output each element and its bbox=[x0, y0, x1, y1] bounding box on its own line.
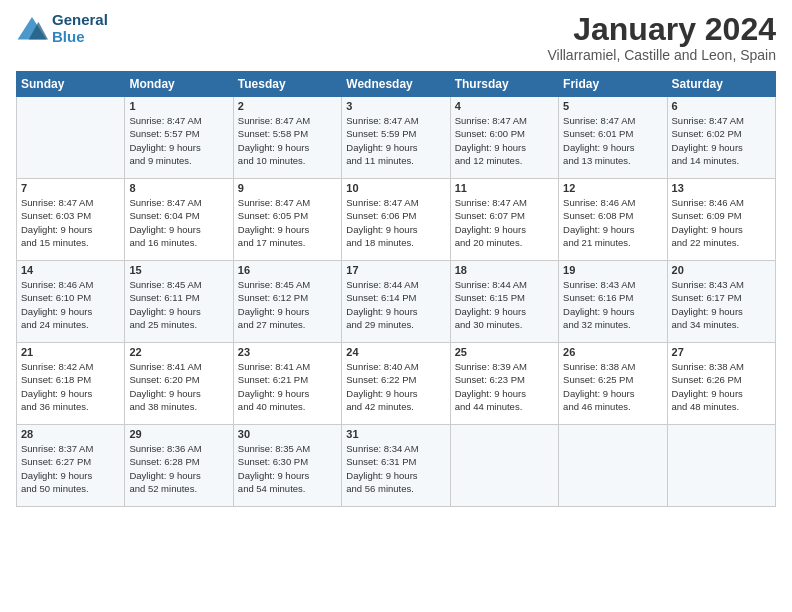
cell-line: Sunrise: 8:38 AM bbox=[672, 360, 771, 373]
header-wednesday: Wednesday bbox=[342, 72, 450, 97]
calendar-cell bbox=[559, 425, 667, 507]
week-row-2: 14Sunrise: 8:46 AMSunset: 6:10 PMDayligh… bbox=[17, 261, 776, 343]
cell-line: Sunset: 6:20 PM bbox=[129, 373, 228, 386]
cell-info: Sunrise: 8:39 AMSunset: 6:23 PMDaylight:… bbox=[455, 360, 554, 413]
cell-info: Sunrise: 8:41 AMSunset: 6:21 PMDaylight:… bbox=[238, 360, 337, 413]
day-number: 23 bbox=[238, 346, 337, 358]
calendar-cell: 30Sunrise: 8:35 AMSunset: 6:30 PMDayligh… bbox=[233, 425, 341, 507]
header-row-days: SundayMondayTuesdayWednesdayThursdayFrid… bbox=[17, 72, 776, 97]
cell-line: and 17 minutes. bbox=[238, 236, 337, 249]
header-tuesday: Tuesday bbox=[233, 72, 341, 97]
cell-info: Sunrise: 8:38 AMSunset: 6:26 PMDaylight:… bbox=[672, 360, 771, 413]
cell-line: Sunset: 6:18 PM bbox=[21, 373, 120, 386]
cell-line: Sunrise: 8:47 AM bbox=[455, 196, 554, 209]
cell-line: and 44 minutes. bbox=[455, 400, 554, 413]
title-block: January 2024 Villarramiel, Castille and … bbox=[547, 12, 776, 63]
logo-line2: Blue bbox=[52, 28, 85, 45]
cell-line: Sunrise: 8:45 AM bbox=[129, 278, 228, 291]
day-number: 28 bbox=[21, 428, 120, 440]
cell-line: Daylight: 9 hours bbox=[129, 469, 228, 482]
cell-line: Sunset: 6:03 PM bbox=[21, 209, 120, 222]
cell-line: Sunset: 6:00 PM bbox=[455, 127, 554, 140]
calendar-cell: 29Sunrise: 8:36 AMSunset: 6:28 PMDayligh… bbox=[125, 425, 233, 507]
header-thursday: Thursday bbox=[450, 72, 558, 97]
cell-line: Daylight: 9 hours bbox=[21, 305, 120, 318]
day-number: 31 bbox=[346, 428, 445, 440]
calendar-table: SundayMondayTuesdayWednesdayThursdayFrid… bbox=[16, 71, 776, 507]
cell-line: Daylight: 9 hours bbox=[563, 223, 662, 236]
cell-info: Sunrise: 8:43 AMSunset: 6:16 PMDaylight:… bbox=[563, 278, 662, 331]
cell-line: and 32 minutes. bbox=[563, 318, 662, 331]
calendar-cell: 17Sunrise: 8:44 AMSunset: 6:14 PMDayligh… bbox=[342, 261, 450, 343]
cell-line: Sunset: 6:15 PM bbox=[455, 291, 554, 304]
cell-info: Sunrise: 8:45 AMSunset: 6:12 PMDaylight:… bbox=[238, 278, 337, 331]
cell-line: and 50 minutes. bbox=[21, 482, 120, 495]
cell-info: Sunrise: 8:47 AMSunset: 5:57 PMDaylight:… bbox=[129, 114, 228, 167]
cell-line: and 24 minutes. bbox=[21, 318, 120, 331]
cell-line: Daylight: 9 hours bbox=[455, 141, 554, 154]
cell-line: and 14 minutes. bbox=[672, 154, 771, 167]
cell-line: Sunset: 5:58 PM bbox=[238, 127, 337, 140]
cell-line: Sunset: 6:16 PM bbox=[563, 291, 662, 304]
cell-line: Sunrise: 8:47 AM bbox=[346, 196, 445, 209]
calendar-cell: 14Sunrise: 8:46 AMSunset: 6:10 PMDayligh… bbox=[17, 261, 125, 343]
cell-info: Sunrise: 8:46 AMSunset: 6:08 PMDaylight:… bbox=[563, 196, 662, 249]
cell-line: Sunrise: 8:44 AM bbox=[346, 278, 445, 291]
cell-line: and 12 minutes. bbox=[455, 154, 554, 167]
cell-line: Daylight: 9 hours bbox=[455, 387, 554, 400]
cell-line: Sunset: 6:04 PM bbox=[129, 209, 228, 222]
cell-line: and 20 minutes. bbox=[455, 236, 554, 249]
header-monday: Monday bbox=[125, 72, 233, 97]
week-row-4: 28Sunrise: 8:37 AMSunset: 6:27 PMDayligh… bbox=[17, 425, 776, 507]
cell-line: and 52 minutes. bbox=[129, 482, 228, 495]
cell-line: Daylight: 9 hours bbox=[21, 387, 120, 400]
cell-line: Sunset: 6:02 PM bbox=[672, 127, 771, 140]
cell-line: Sunset: 6:17 PM bbox=[672, 291, 771, 304]
cell-line: Sunset: 6:01 PM bbox=[563, 127, 662, 140]
cell-line: and 42 minutes. bbox=[346, 400, 445, 413]
calendar-cell: 25Sunrise: 8:39 AMSunset: 6:23 PMDayligh… bbox=[450, 343, 558, 425]
cell-line: Sunrise: 8:46 AM bbox=[563, 196, 662, 209]
header-saturday: Saturday bbox=[667, 72, 775, 97]
day-number: 19 bbox=[563, 264, 662, 276]
cell-line: Daylight: 9 hours bbox=[346, 223, 445, 236]
cell-line: and 36 minutes. bbox=[21, 400, 120, 413]
cell-line: Daylight: 9 hours bbox=[672, 387, 771, 400]
cell-line: and 46 minutes. bbox=[563, 400, 662, 413]
calendar-cell: 28Sunrise: 8:37 AMSunset: 6:27 PMDayligh… bbox=[17, 425, 125, 507]
cell-line: Sunrise: 8:41 AM bbox=[129, 360, 228, 373]
cell-line: Daylight: 9 hours bbox=[129, 387, 228, 400]
cell-line: and 27 minutes. bbox=[238, 318, 337, 331]
cell-line: Sunrise: 8:41 AM bbox=[238, 360, 337, 373]
day-number: 5 bbox=[563, 100, 662, 112]
calendar-cell: 8Sunrise: 8:47 AMSunset: 6:04 PMDaylight… bbox=[125, 179, 233, 261]
cell-line: Sunrise: 8:43 AM bbox=[563, 278, 662, 291]
cell-line: Daylight: 9 hours bbox=[238, 223, 337, 236]
cell-line: Sunrise: 8:47 AM bbox=[563, 114, 662, 127]
calendar-cell: 13Sunrise: 8:46 AMSunset: 6:09 PMDayligh… bbox=[667, 179, 775, 261]
cell-line: Sunrise: 8:39 AM bbox=[455, 360, 554, 373]
day-number: 29 bbox=[129, 428, 228, 440]
cell-line: Sunrise: 8:47 AM bbox=[346, 114, 445, 127]
cell-line: and 56 minutes. bbox=[346, 482, 445, 495]
day-number: 12 bbox=[563, 182, 662, 194]
cell-line: Sunrise: 8:43 AM bbox=[672, 278, 771, 291]
cell-line: and 13 minutes. bbox=[563, 154, 662, 167]
cell-info: Sunrise: 8:47 AMSunset: 6:06 PMDaylight:… bbox=[346, 196, 445, 249]
cell-line: Sunset: 6:08 PM bbox=[563, 209, 662, 222]
cell-line: Daylight: 9 hours bbox=[238, 305, 337, 318]
cell-line: Sunset: 5:59 PM bbox=[346, 127, 445, 140]
calendar-cell: 19Sunrise: 8:43 AMSunset: 6:16 PMDayligh… bbox=[559, 261, 667, 343]
calendar-cell: 2Sunrise: 8:47 AMSunset: 5:58 PMDaylight… bbox=[233, 97, 341, 179]
day-number: 6 bbox=[672, 100, 771, 112]
cell-line: Sunrise: 8:45 AM bbox=[238, 278, 337, 291]
cell-info: Sunrise: 8:47 AMSunset: 5:59 PMDaylight:… bbox=[346, 114, 445, 167]
cell-line: Sunset: 6:28 PM bbox=[129, 455, 228, 468]
cell-line: Daylight: 9 hours bbox=[238, 387, 337, 400]
cell-line: and 18 minutes. bbox=[346, 236, 445, 249]
cell-line: Sunrise: 8:47 AM bbox=[238, 114, 337, 127]
day-number: 11 bbox=[455, 182, 554, 194]
day-number: 14 bbox=[21, 264, 120, 276]
cell-line: Sunrise: 8:42 AM bbox=[21, 360, 120, 373]
logo: General Blue bbox=[16, 12, 108, 45]
